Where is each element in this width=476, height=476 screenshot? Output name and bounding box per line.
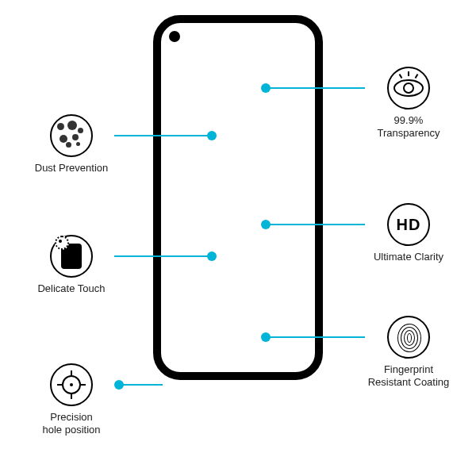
feature-label: Precision hole position xyxy=(12,411,131,437)
feature-label: Delicate Touch xyxy=(12,282,131,295)
eye-icon xyxy=(387,67,430,109)
pointer-dust xyxy=(114,135,216,136)
crosshair-icon xyxy=(50,363,93,406)
dust-icon xyxy=(50,114,93,157)
fingerprint-icon xyxy=(387,316,430,359)
phone-outline xyxy=(153,15,323,380)
feature-transparency: 99.9% Transparency xyxy=(349,67,468,140)
feature-label: Dust Prevention xyxy=(12,162,131,175)
feature-fingerprint: Fingerprint Resistant Coating xyxy=(349,316,468,390)
pointer-precision xyxy=(115,384,163,386)
feature-label: 99.9% Transparency xyxy=(349,114,468,140)
feature-label: Ultimate Clarity xyxy=(349,251,468,263)
camera-punch-hole xyxy=(169,31,180,42)
feature-precision-hole: Precision hole position xyxy=(12,363,131,437)
feature-ultimate-clarity: HD Ultimate Clarity xyxy=(349,203,468,263)
pointer-clarity xyxy=(262,224,365,225)
feature-dust-prevention: Dust Prevention xyxy=(12,114,131,175)
pointer-fingerprint xyxy=(262,336,365,338)
touch-icon xyxy=(50,235,93,278)
feature-label: Fingerprint Resistant Coating xyxy=(349,363,468,390)
pointer-touch xyxy=(114,255,216,257)
pointer-transparency xyxy=(262,87,365,89)
feature-delicate-touch: Delicate Touch xyxy=(12,235,131,295)
hd-icon: HD xyxy=(387,203,430,246)
